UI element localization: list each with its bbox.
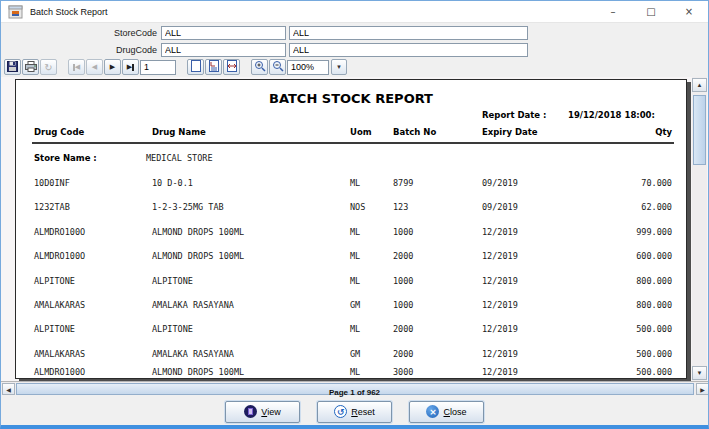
table-row: ALMDRO100OALMOND DROPS 100MLML300012/201… [16,367,686,378]
table-row: AMALAKARASAMALAKA RASAYANAGM200012/20195… [16,349,686,360]
app-window: Batch Stock Report – □ × StoreCode DrugC… [0,0,709,429]
zoom-out-button[interactable] [269,59,286,75]
close-icon[interactable]: × [670,1,708,23]
table-row: AMALAKARASAMALAKA RASAYANAGM100012/20198… [16,300,686,311]
storecode-name-input[interactable] [289,26,528,40]
table-row: ALMDRO100OALMOND DROPS 100MLML100012/201… [16,227,686,238]
report-page: BATCH STOCK REPORT Report Date : 19/12/2… [15,79,687,379]
fit-page-icon [209,60,219,74]
view-button[interactable]: View [225,401,300,423]
save-icon [7,61,18,74]
table-row: ALPITONEALPITONEML200012/2019500.000 [16,324,686,335]
maximize-icon[interactable]: □ [632,1,670,23]
col-header-expiry-date: Expiry Date [482,127,538,137]
first-page-button[interactable]: ◀ [68,59,85,75]
report-date-label: Report Date : [482,110,546,120]
table-row: ALMDRO100OALMOND DROPS 100MLML200012/201… [16,251,686,262]
store-name-label: Store Name : [34,153,97,163]
drugcode-label: DrugCode [1,45,161,55]
chevron-down-icon: ▼ [336,64,342,70]
save-button[interactable] [4,59,21,75]
table-row: 1232TAB1-2-3-25MG TABNOS12309/201962.000 [16,202,686,213]
col-header-drug-name: Drug Name [152,127,206,137]
report-title: BATCH STOCK REPORT [16,91,686,106]
previous-page-button[interactable]: ◀ [86,59,103,75]
view-icon [244,405,257,418]
action-button-bar: View ↺ Reset × Close [1,400,708,423]
fit-width-icon [226,60,238,74]
actual-size-icon [191,60,201,74]
next-page-icon: ▶ [110,64,115,71]
table-row: 10D0INF10 D-0.1ML879909/201970.000 [16,178,686,189]
zoom-combo-dropdown[interactable]: ▼ [331,59,347,75]
close-button-icon: × [426,405,439,418]
storecode-input[interactable] [161,26,286,40]
scroll-up-icon[interactable]: ▲ [692,78,707,92]
vertical-scrollbar-thumb[interactable] [693,95,706,165]
page-status: Page 1 of 962 [1,388,708,397]
col-header-uom: Uom [350,127,372,137]
next-page-button[interactable]: ▶ [104,59,121,75]
reload-button[interactable]: ↻ [40,59,57,75]
close-button[interactable]: × Close [409,401,484,423]
last-page-button[interactable]: ▶ [122,59,139,75]
fit-page-button[interactable] [205,59,222,75]
report-viewport: BATCH STOCK REPORT Report Date : 19/12/2… [1,77,708,381]
col-header-batch-no: Batch No [393,127,436,137]
col-header-qty: Qty [655,127,672,137]
storecode-label: StoreCode [1,28,161,38]
reset-icon: ↺ [334,405,347,418]
table-row: ALPITONEALPITONEML100012/2019800.000 [16,276,686,287]
report-date-value: 19/12/2018 18:00: [568,110,655,120]
page-number-input[interactable] [140,60,176,75]
minimize-icon[interactable]: – [594,1,632,23]
zoom-in-icon [254,60,266,74]
print-icon [25,61,37,74]
reset-button[interactable]: ↺ Reset [317,401,392,423]
drugcode-input[interactable] [161,43,286,57]
titlebar: Batch Stock Report – □ × [1,1,708,23]
fit-width-button[interactable] [223,59,240,75]
print-button[interactable] [22,59,39,75]
previous-page-icon: ◀ [92,64,97,71]
zoom-level-input[interactable] [287,60,329,75]
store-name-value: MEDICAL STORE [146,153,213,163]
zoom-out-icon [272,60,284,74]
zoom-in-button[interactable] [251,59,268,75]
app-icon [8,5,23,19]
drugcode-row: DrugCode [1,42,528,57]
col-header-drug-code: Drug Code [34,127,84,137]
report-toolbar: ↻ ◀ ◀ ▶ ▶ [1,58,708,76]
filter-form: StoreCode DrugCode [1,23,708,57]
reload-icon: ↻ [44,62,52,73]
window-title: Batch Stock Report [30,7,108,17]
header-divider [32,142,674,144]
vertical-scrollbar[interactable]: ▲ ▼ [692,77,707,381]
actual-size-button[interactable] [187,59,204,75]
drugcode-name-input[interactable] [289,43,528,57]
storecode-row: StoreCode [1,25,528,40]
scroll-down-icon[interactable]: ▼ [692,366,707,380]
window-controls: – □ × [594,1,708,23]
